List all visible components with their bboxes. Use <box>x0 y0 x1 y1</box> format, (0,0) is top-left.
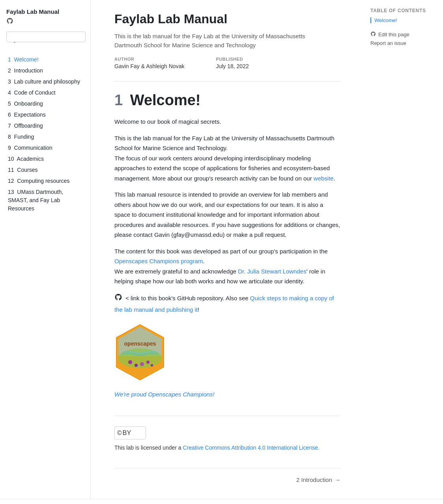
sidebar-item-lab-culture[interactable]: 3 Lab culture and philosophy <box>6 77 86 87</box>
nav-list: 1 Welcome! 2 Introduction 3 Lab culture … <box>6 55 86 214</box>
author-meta: AUTHOR Gavin Fay & Ashleigh Novak <box>114 57 184 69</box>
sidebar-item-funding[interactable]: 8 Funding <box>6 132 86 142</box>
svg-point-5 <box>135 364 138 367</box>
report-issue-link[interactable]: Report an issue <box>370 40 437 46</box>
svg-point-6 <box>140 362 144 366</box>
sidebar-item-expectations[interactable]: 6 Expectations <box>6 110 86 120</box>
para-openscapes: The content for this book was developed … <box>114 246 340 286</box>
cc-section: © BY This lab is licensed under a Creati… <box>114 426 340 452</box>
svg-point-8 <box>151 364 153 366</box>
github-edit-icon <box>370 31 376 38</box>
sidebar: Faylab Lab Manual 🔍 1 Welcome! 2 Introdu… <box>0 0 91 499</box>
main-content: Faylab Lab Manual This is the lab manual… <box>91 0 364 499</box>
github-icon <box>6 17 86 26</box>
julia-link[interactable]: Dr. Julia Stewart Lowndes <box>238 268 306 275</box>
toc-list: Welcome! <box>370 17 437 23</box>
para-magic: Welcome to our book of magical secrets. <box>114 117 340 127</box>
author-value: Gavin Fay & Ashleigh Novak <box>114 63 184 69</box>
next-page-link[interactable]: 2 Introduction → <box>296 476 340 483</box>
sidebar-item-courses[interactable]: 11 Courses <box>6 165 86 175</box>
cc-icon: © <box>117 428 122 438</box>
published-meta: PUBLISHED July 18, 2022 <box>216 57 249 69</box>
svg-point-4 <box>128 360 132 364</box>
right-toc: Table of contents Welcome! Edit this pag… <box>364 0 443 499</box>
sidebar-item-offboarding[interactable]: 7 Offboarding <box>6 121 86 131</box>
cc-by-icon: BY <box>123 428 131 438</box>
svg-text:openscapes: openscapes <box>124 340 156 347</box>
sidebar-item-academics[interactable]: 10 Academics <box>6 154 86 164</box>
sidebar-title: Faylab Lab Manual <box>6 8 86 16</box>
heading-number: 1 <box>114 92 123 108</box>
search-input[interactable] <box>6 32 86 42</box>
openscapes-logo: openscapes <box>114 323 166 382</box>
sidebar-item-code-of-conduct[interactable]: 4 Code of Conduct <box>6 88 86 98</box>
arrow-right-icon: → <box>335 476 340 483</box>
toc-item-welcome[interactable]: Welcome! <box>370 17 437 23</box>
para-intro: This is the lab manual for the Fay Lab a… <box>114 133 340 184</box>
proud-openscapes-link[interactable]: We're proud Openscapes Champions! <box>114 391 215 398</box>
footer: The Fay lab This book was built with Qua… <box>0 499 443 504</box>
published-value: July 18, 2022 <box>216 63 249 69</box>
cc-divider <box>114 416 340 416</box>
toc-actions: Edit this page Report an issue <box>370 31 437 46</box>
openscapes-logo-container: openscapes <box>114 323 340 383</box>
svg-point-7 <box>146 361 150 364</box>
header-divider <box>114 81 340 82</box>
cc-badge: © BY <box>114 426 146 440</box>
published-label: PUBLISHED <box>216 57 249 61</box>
toc-title: Table of contents <box>370 8 437 13</box>
book-subtitle: This is the lab manual for the Fay Lab a… <box>114 32 340 50</box>
page-title: Faylab Lab Manual <box>114 12 340 26</box>
sidebar-item-introduction[interactable]: 2 Introduction <box>6 66 86 76</box>
para-github: < link to this book's GitHub repository.… <box>114 293 340 315</box>
github-inline-icon <box>114 293 122 305</box>
author-label: AUTHOR <box>114 57 184 61</box>
sidebar-item-welcome[interactable]: 1 Welcome! <box>6 55 86 65</box>
openscapes-link[interactable]: Openscapes Champions program <box>114 258 203 264</box>
website-link[interactable]: website <box>314 175 334 182</box>
sidebar-item-umass[interactable]: 13 UMass Dartmouth, SMAST, and Fay Lab R… <box>6 187 86 214</box>
proud-link-para: We're proud Openscapes Champions! <box>114 391 340 405</box>
cc-license-link[interactable]: Creative Commons Attribution 4.0 Interna… <box>183 444 320 451</box>
welcome-heading: 1 Welcome! <box>114 92 340 109</box>
edit-page-link[interactable]: Edit this page <box>370 31 437 38</box>
sidebar-item-onboarding[interactable]: 5 Onboarding <box>6 99 86 109</box>
sidebar-item-communication[interactable]: 9 Communication <box>6 143 86 153</box>
para-overview: This lab manual resource is intended to … <box>114 190 340 240</box>
sidebar-item-computing[interactable]: 12 Computing resources <box>6 176 86 186</box>
search-wrapper: 🔍 <box>6 32 86 48</box>
pagination-row: 2 Introduction → <box>114 468 340 483</box>
meta-row: AUTHOR Gavin Fay & Ashleigh Novak PUBLIS… <box>114 57 340 69</box>
